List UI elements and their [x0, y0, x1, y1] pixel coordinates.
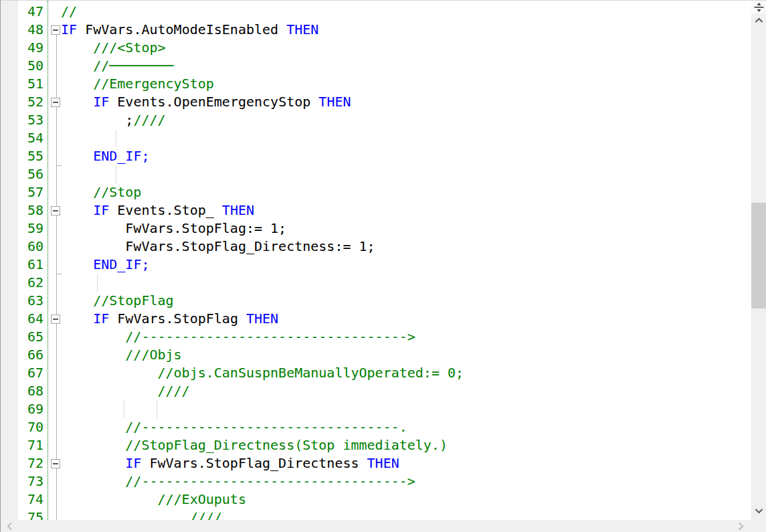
code-line[interactable]: 55 END_IF; [1, 147, 751, 165]
code-line[interactable]: 74 ///ExOuputs [1, 491, 751, 509]
split-handle-icon [754, 3, 764, 12]
line-number: 70 [1, 418, 43, 436]
line-number: 58 [1, 201, 43, 219]
line-number: 64 [1, 310, 43, 328]
chevron-left-icon [7, 522, 13, 531]
line-number: 69 [1, 400, 43, 418]
code-line[interactable]: 47// [1, 3, 751, 21]
code-line[interactable]: 66 ///Objs [1, 346, 751, 364]
fold-collapse-icon[interactable] [51, 25, 60, 35]
indent-guide [157, 401, 157, 418]
chevron-down-icon [755, 508, 763, 514]
vertical-scrollbar-thumb[interactable] [751, 203, 766, 308]
code-line[interactable]: 69 [1, 400, 751, 418]
fold-collapse-icon[interactable] [51, 206, 60, 215]
code-editor-window: 47//48IF FwVars.AutoModeIsEnabled THEN49… [0, 0, 766, 532]
code-text: //StopFlag_Directness(Stop immediately.) [61, 436, 448, 454]
code-text: FwVars.StopFlag:= 1; [61, 219, 286, 238]
code-line[interactable]: 54 [1, 129, 751, 147]
line-number: 61 [1, 256, 43, 274]
line-number: 68 [1, 382, 43, 400]
line-number: 54 [1, 129, 43, 147]
line-number: 72 [1, 454, 43, 472]
code-line[interactable]: 71 //StopFlag_Directness(Stop immediatel… [1, 436, 751, 454]
code-rows: 47//48IF FwVars.AutoModeIsEnabled THEN49… [1, 3, 751, 520]
line-number: 63 [1, 292, 43, 310]
code-text: //──────── [61, 57, 174, 75]
line-number: 55 [1, 147, 43, 165]
code-text: //--------------------------------. [61, 418, 407, 436]
scroll-right-button[interactable] [733, 520, 749, 532]
scroll-down-button[interactable] [751, 505, 766, 517]
code-line[interactable]: 67 //objs.CanSuspnBeManuallyOperated:= 0… [1, 364, 751, 382]
code-text: //objs.CanSuspnBeManuallyOperated:= 0; [61, 364, 464, 382]
code-text: ///<Stop> [61, 39, 166, 57]
line-number: 53 [1, 111, 43, 129]
fold-collapse-icon[interactable] [51, 459, 60, 468]
code-line[interactable]: 62 [1, 274, 751, 292]
horizontal-scrollbar[interactable] [1, 520, 751, 532]
line-number: 59 [1, 219, 43, 238]
vertical-scrollbar[interactable] [751, 1, 766, 520]
code-line[interactable]: 50 //──────── [1, 57, 751, 75]
fold-collapse-icon[interactable] [51, 98, 60, 107]
scroll-up-button[interactable] [751, 14, 766, 27]
line-number: 49 [1, 39, 43, 57]
scroll-left-button[interactable] [2, 520, 17, 532]
chevron-up-icon [755, 17, 763, 23]
line-number: 47 [1, 3, 43, 21]
code-line[interactable]: 73 //---------------------------------> [1, 472, 751, 491]
code-line[interactable]: 56 [1, 165, 751, 183]
line-number: 50 [1, 57, 43, 75]
code-text: END_IF; [61, 147, 149, 165]
code-text: END_IF; [61, 256, 149, 274]
code-line[interactable]: 48IF FwVars.AutoModeIsEnabled THEN [1, 21, 751, 39]
code-text: //Stop [61, 183, 141, 201]
code-text: //// [61, 382, 190, 400]
code-text: IF FwVars.StopFlag_Directness THEN [61, 454, 399, 472]
code-editor[interactable]: 47//48IF FwVars.AutoModeIsEnabled THEN49… [1, 1, 751, 520]
code-text: ;//// [61, 111, 166, 129]
line-number: 66 [1, 346, 43, 364]
code-line[interactable]: 60 FwVars.StopFlag_Directness:= 1; [1, 238, 751, 256]
indent-guide [97, 274, 98, 292]
indent-guide [124, 401, 124, 418]
chevron-right-icon [738, 522, 744, 531]
code-text: ///ExOuputs [61, 491, 246, 509]
code-line[interactable]: 52 IF Events.OpenEmergencyStop THEN [1, 93, 751, 111]
line-number: 62 [1, 274, 43, 292]
code-line[interactable]: 49 ///<Stop> [1, 39, 751, 57]
line-number: 48 [1, 21, 43, 39]
code-text: //// [61, 509, 222, 520]
code-line[interactable]: 75 //// [1, 509, 751, 520]
line-number: 60 [1, 238, 43, 256]
code-line[interactable]: 51 //EmergencyStop [1, 75, 751, 93]
code-line[interactable]: 72 IF FwVars.StopFlag_Directness THEN [1, 454, 751, 472]
fold-collapse-icon[interactable] [51, 315, 60, 324]
indent-guide [116, 130, 116, 147]
code-line[interactable]: 58 IF Events.Stop_ THEN [1, 201, 751, 219]
line-number: 52 [1, 93, 43, 111]
indent-guide [116, 166, 116, 183]
code-line[interactable]: 61 END_IF; [1, 256, 751, 274]
line-number: 75 [1, 509, 43, 520]
code-line[interactable]: 64 IF FwVars.StopFlag THEN [1, 310, 751, 328]
line-number: 71 [1, 436, 43, 454]
code-text: //---------------------------------> [61, 472, 415, 491]
split-editor-handle[interactable] [751, 1, 766, 13]
code-text: // [61, 3, 77, 21]
code-line[interactable]: 68 //// [1, 382, 751, 400]
scrollbar-corner [751, 520, 766, 532]
code-line[interactable]: 53 ;//// [1, 111, 751, 129]
line-number: 56 [1, 165, 43, 183]
code-text: //EmergencyStop [61, 75, 214, 93]
code-text: ///Objs [61, 346, 182, 364]
code-line[interactable]: 63 //StopFlag [1, 292, 751, 310]
code-line[interactable]: 70 //--------------------------------. [1, 418, 751, 436]
code-line[interactable]: 59 FwVars.StopFlag:= 1; [1, 219, 751, 238]
code-line[interactable]: 65 //---------------------------------> [1, 328, 751, 346]
code-line[interactable]: 57 //Stop [1, 183, 751, 201]
code-text: IF Events.OpenEmergencyStop THEN [61, 93, 351, 111]
code-text: //---------------------------------> [61, 328, 415, 346]
line-number: 67 [1, 364, 43, 382]
